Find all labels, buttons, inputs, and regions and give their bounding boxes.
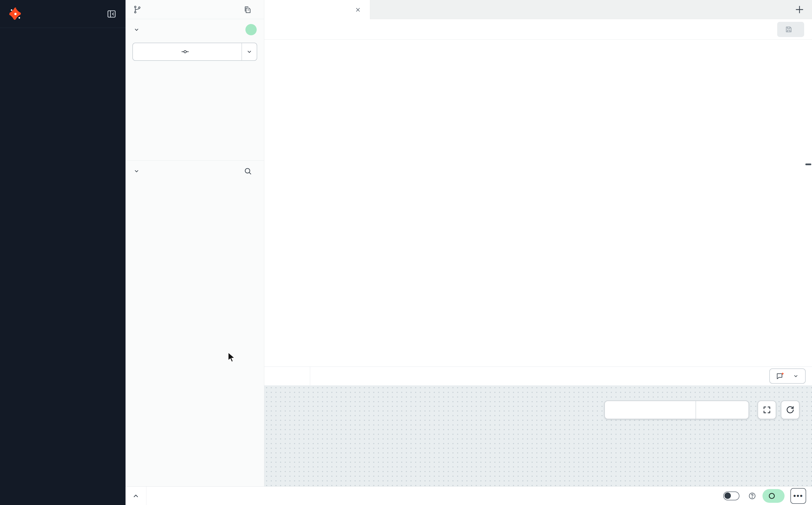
new-tab-icon[interactable] <box>794 4 805 15</box>
fullscreen-button[interactable] <box>758 400 776 419</box>
version-control-header[interactable] <box>126 19 264 40</box>
dbt-copilot-button[interactable] <box>769 368 806 384</box>
update-graph-button[interactable] <box>695 401 749 419</box>
editor-area <box>264 0 812 486</box>
close-icon[interactable] <box>354 6 362 13</box>
dbt-logo-icon <box>9 7 22 21</box>
status-badge[interactable] <box>763 489 785 503</box>
status-bar: ••• <box>126 486 812 505</box>
main-sidebar <box>0 0 126 505</box>
code-editor[interactable] <box>264 40 812 366</box>
save-icon <box>785 25 793 34</box>
divider <box>310 367 310 386</box>
bottom-action-bar <box>264 366 812 385</box>
fullscreen-icon <box>762 405 772 414</box>
chevron-down-icon <box>133 26 140 33</box>
more-options-button[interactable]: ••• <box>790 488 806 504</box>
collapse-sidebar-icon[interactable] <box>107 9 117 19</box>
changes-label <box>126 61 264 72</box>
refresh-icon <box>786 405 795 414</box>
git-branch-icon <box>133 5 142 14</box>
chevron-down-icon <box>246 48 253 55</box>
lineage-search-group <box>604 400 749 419</box>
logo-row <box>0 0 126 28</box>
commit-options-caret[interactable] <box>241 43 257 60</box>
chevron-down-icon <box>133 167 140 175</box>
save-button[interactable] <box>777 22 804 37</box>
chevron-down-icon <box>792 373 799 379</box>
editor-tabbar <box>264 0 812 19</box>
changes-count-badge <box>246 24 257 35</box>
copy-branch-icon[interactable] <box>243 5 252 14</box>
dbt-cloud-ide: ••• <box>0 0 812 505</box>
ide-left-panel <box>126 0 264 486</box>
refresh-button[interactable] <box>781 400 800 419</box>
copilot-chat-icon <box>776 372 785 380</box>
expand-command-bar-icon[interactable] <box>126 492 146 500</box>
tab-customers-sql[interactable] <box>264 0 370 19</box>
search-icon[interactable] <box>243 167 252 176</box>
breadcrumb-bar <box>264 19 812 40</box>
commit-and-sync-button[interactable] <box>132 43 257 61</box>
branch-row <box>126 0 264 19</box>
command-input[interactable] <box>146 492 723 500</box>
git-commit-icon <box>181 47 189 56</box>
help-circle-icon[interactable] <box>748 492 756 500</box>
file-explorer-header[interactable] <box>126 161 264 182</box>
lineage-search-input[interactable] <box>605 401 695 419</box>
status-ring-icon <box>769 493 775 499</box>
version-control-section <box>126 19 264 161</box>
editor-scrollbar-thumb[interactable] <box>805 164 811 165</box>
defer-toggle[interactable] <box>723 492 740 500</box>
lineage-graph[interactable] <box>264 385 812 486</box>
file-explorer-section <box>126 161 264 182</box>
